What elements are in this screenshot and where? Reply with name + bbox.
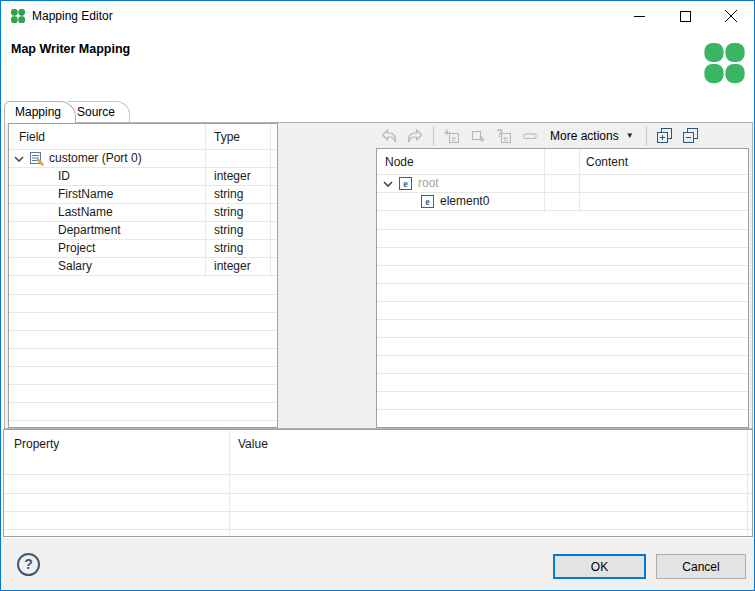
tree-item-label: customer (Port 0) (49, 150, 142, 167)
add-child-element-button[interactable]: + e (441, 125, 463, 147)
more-actions-label: More actions (550, 129, 619, 143)
add-child-element-icon: + e (444, 128, 460, 144)
window-title: Mapping Editor (32, 9, 113, 23)
clover-logo-icon (701, 40, 748, 86)
expand-all-icon (656, 127, 673, 144)
field-row[interactable]: FirstName string (9, 186, 277, 204)
column-header-type[interactable]: Type (214, 130, 240, 144)
field-type: string (214, 240, 243, 257)
node-table: Node Content e root e element0 (376, 148, 749, 428)
dropdown-arrow-icon: ▼ (626, 131, 634, 140)
add-wildcard-element-icon: ? e (496, 128, 512, 144)
tree-item-label: root (418, 175, 439, 192)
minimize-icon (634, 11, 645, 22)
close-icon (725, 10, 737, 22)
field-name: Project (58, 240, 95, 257)
property-row-divider (4, 474, 752, 475)
dialog-header: Map Writer Mapping (1, 31, 754, 101)
field-row[interactable]: LastName string (9, 204, 277, 222)
add-sibling-element-button[interactable]: + (467, 125, 489, 147)
tab-mapping[interactable]: Mapping (4, 101, 76, 123)
page-title: Map Writer Mapping (11, 42, 130, 56)
tree-item-label: element0 (440, 193, 489, 210)
column-header-content[interactable]: Content (586, 155, 628, 169)
tree-item-customer[interactable]: customer (Port 0) (9, 150, 277, 168)
property-row-divider (4, 511, 752, 512)
minimize-button[interactable] (616, 1, 662, 31)
element-icon: e (399, 177, 412, 190)
field-name: ID (58, 168, 70, 185)
field-type: integer (214, 168, 251, 185)
column-header-node[interactable]: Node (385, 155, 414, 169)
element-icon: e (421, 195, 434, 208)
field-table-header: Field Type (9, 124, 277, 150)
collapse-all-button[interactable] (680, 125, 702, 147)
mapping-editor-dialog: Mapping Editor Map Writer Mapping Mappin… (0, 0, 755, 591)
chevron-down-icon[interactable] (382, 180, 394, 189)
field-table-empty-rows (9, 277, 277, 427)
redo-button[interactable] (404, 125, 426, 147)
column-header-property[interactable]: Property (14, 437, 59, 451)
node-toolbar: + e + ? e More actions ▼ (376, 123, 749, 148)
field-type: string (214, 186, 243, 203)
field-row[interactable]: Department string (9, 222, 277, 240)
field-row[interactable]: Salary integer (9, 258, 277, 276)
field-row[interactable]: ID integer (9, 168, 277, 186)
maximize-icon (680, 11, 691, 22)
button-bar: ? OK Cancel (1, 538, 754, 590)
add-wildcard-element-button[interactable]: ? e (493, 125, 515, 147)
property-table-edge-divider[interactable] (747, 430, 748, 536)
field-type: integer (214, 258, 251, 275)
tab-source[interactable]: Source (67, 101, 130, 123)
column-header-field[interactable]: Field (19, 130, 45, 144)
toolbar-separator (646, 126, 647, 146)
undo-button[interactable] (378, 125, 400, 147)
node-table-header: Node Content (377, 149, 748, 175)
field-type: string (214, 204, 243, 221)
property-table-divider[interactable] (229, 430, 230, 536)
field-name: LastName (58, 204, 113, 221)
maximize-button[interactable] (662, 1, 708, 31)
clover-app-icon (10, 8, 26, 24)
record-metadata-icon (29, 151, 45, 166)
field-table: Field Type customer (Port 0) ID integer (8, 123, 278, 428)
redo-icon (407, 129, 423, 143)
property-row-divider (4, 493, 752, 494)
svg-text:e: e (452, 134, 457, 143)
help-button[interactable]: ? (17, 553, 40, 576)
svg-text:+: + (479, 134, 485, 144)
undo-icon (381, 129, 397, 143)
column-header-value[interactable]: Value (238, 437, 268, 451)
more-actions-button[interactable]: More actions ▼ (543, 125, 641, 147)
toolbar-separator (433, 126, 434, 146)
property-table: Property Value (3, 429, 753, 537)
field-name: Salary (58, 258, 92, 275)
tree-item-element0[interactable]: e element0 (377, 193, 748, 211)
chevron-down-icon[interactable] (13, 155, 25, 164)
svg-text:e: e (504, 134, 509, 143)
close-button[interactable] (708, 1, 754, 31)
tree-item-root[interactable]: e root (377, 175, 748, 193)
field-name: Department (58, 222, 121, 239)
expand-all-button[interactable] (654, 125, 676, 147)
titlebar[interactable]: Mapping Editor (1, 1, 754, 31)
ok-button[interactable]: OK (553, 554, 646, 579)
collapse-all-icon (682, 127, 699, 144)
add-sibling-element-icon: + (470, 128, 486, 144)
remove-button[interactable] (519, 125, 541, 147)
remove-icon (523, 128, 537, 144)
property-row-divider (4, 529, 752, 530)
cancel-button[interactable]: Cancel (656, 554, 746, 579)
field-row[interactable]: Project string (9, 240, 277, 258)
field-type: string (214, 222, 243, 239)
field-name: FirstName (58, 186, 113, 203)
node-table-empty-rows (377, 212, 748, 427)
